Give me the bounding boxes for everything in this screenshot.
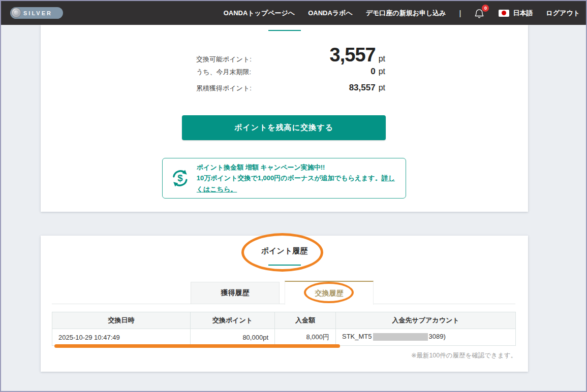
summary-row-expiring: うち、今月末期限: 0 pt (196, 67, 385, 77)
exchange-history-table: 交換日時 交換ポイント 入金額 入金先サブアカウント 2025-10-29 10… (52, 312, 516, 346)
summary-unit: pt (379, 83, 385, 92)
points-balance-card: 交換可能ポイント: 3,557 pt うち、今月末期限: 0 pt 累積獲得ポイ… (41, 25, 528, 212)
money-exchange-icon: $ (170, 167, 190, 190)
campaign-line1: ポイント換金額 増額 キャンペーン実施中!! (197, 164, 325, 171)
summary-row-available: 交換可能ポイント: 3,557 pt (196, 44, 385, 66)
nav-link-oanda-lab[interactable]: OANDAラボへ (308, 9, 353, 18)
nav-separator: | (459, 9, 461, 17)
account-prefix: STK_MT5 (342, 333, 372, 340)
nav-link-demo-signup[interactable]: デモ口座の新規お申し込み (366, 9, 446, 18)
summary-label: うち、今月末期限: (196, 68, 251, 77)
campaign-text: ポイント換金額 増額 キャンペーン実施中!! 10万ポイント交換で1,000円の… (197, 162, 398, 194)
history-title: ポイント履歴 (41, 246, 528, 256)
cell-account: STK_MT53089) (336, 329, 516, 346)
top-navbar: SILVER OANDAトップページへ OANDAラボへ デモ口座の新規お申し込… (1, 1, 586, 25)
table-row: 2025-10-29 10:47:49 80,000pt 8,000円 STK_… (52, 329, 516, 346)
summary-unit: pt (379, 54, 385, 63)
language-label: 日本語 (513, 9, 533, 18)
notifications-button[interactable]: 0 (474, 7, 485, 19)
col-header-datetime: 交換日時 (52, 312, 191, 329)
campaign-line2: 10万ポイント交換で1,000円のボーナスが追加でもらえます。 (197, 174, 382, 182)
history-title-underline (268, 265, 301, 266)
tab-exchange-history[interactable]: 交換履歴 (285, 281, 374, 305)
logout-link[interactable]: ログアウト (546, 9, 580, 18)
summary-unit: pt (379, 67, 385, 76)
language-selector[interactable]: 日本語 (499, 9, 533, 18)
silver-coin-icon (11, 8, 21, 18)
summary-label: 累積獲得ポイント: (196, 84, 252, 93)
table-header-row: 交換日時 交換ポイント 入金額 入金先サブアカウント (52, 312, 516, 329)
col-header-account: 入金先サブアカウント (336, 312, 516, 329)
flag-dot (502, 11, 506, 15)
redacted-account-number (373, 333, 428, 341)
exchange-points-button[interactable]: ポイントを残高に交換する (182, 115, 386, 140)
balance-title-underline (268, 30, 301, 31)
tier-badge-label: SILVER (23, 10, 52, 16)
col-header-points: 交換ポイント (191, 312, 275, 329)
cell-points: 80,000pt (191, 329, 275, 346)
tier-badge: SILVER (10, 7, 63, 19)
history-footnote: ※最新100件の履歴を確認できます。 (411, 351, 517, 360)
summary-value: 83,557 (349, 83, 376, 93)
svg-text:$: $ (177, 173, 183, 183)
tab-earned-history[interactable]: 獲得履歴 (191, 282, 280, 304)
summary-value: 3,557 (330, 44, 376, 66)
summary-value: 0 (370, 67, 375, 77)
japan-flag-icon (499, 10, 509, 17)
summary-row-cumulative: 累積獲得ポイント: 83,557 pt (196, 83, 385, 93)
tabs-divider (52, 304, 515, 304)
summary-label: 交換可能ポイント: (196, 55, 252, 64)
col-header-amount: 入金額 (275, 312, 336, 329)
page: SILVER OANDAトップページへ OANDAラボへ デモ口座の新規お申し込… (0, 0, 587, 392)
cell-datetime: 2025-10-29 10:47:49 (52, 329, 191, 346)
points-summary: 交換可能ポイント: 3,557 pt うち、今月末期限: 0 pt 累積獲得ポイ… (196, 44, 385, 93)
campaign-banner: $ ポイント換金額 増額 キャンペーン実施中!! 10万ポイント交換で1,000… (162, 158, 406, 199)
points-history-card: ポイント履歴 獲得履歴 交換履歴 交換日時 交換ポイント 入金額 入金先サブアカ… (41, 236, 528, 372)
cell-amount: 8,000円 (275, 329, 336, 346)
nav-link-oanda-top[interactable]: OANDAトップページへ (224, 9, 295, 18)
account-suffix: 3089) (429, 333, 446, 340)
notification-badge: 0 (482, 5, 489, 12)
navbar-menu: OANDAトップページへ OANDAラボへ デモ口座の新規お申し込み | 0 日… (224, 1, 580, 25)
